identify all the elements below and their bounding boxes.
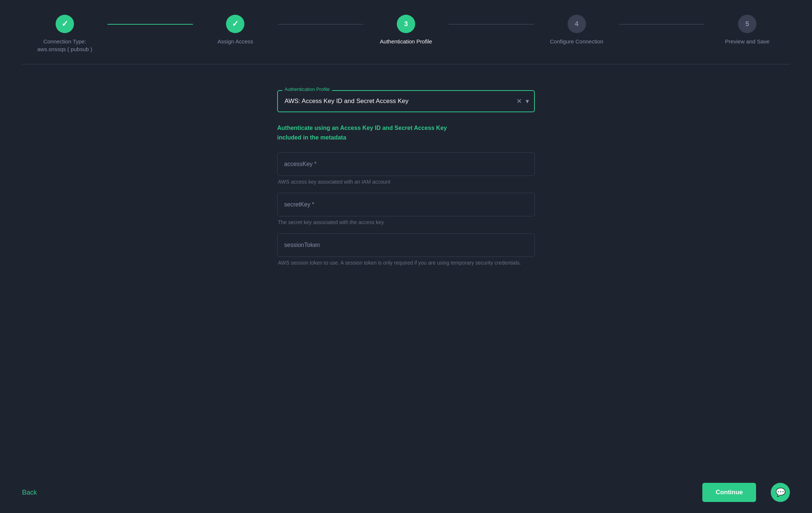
secret-key-field-wrapper [277,193,535,216]
connector-1-2 [107,24,193,25]
continue-button[interactable]: Continue [702,483,756,502]
auth-profile-value: AWS: Access Key ID and Secret Access Key [285,98,409,105]
auth-profile-field[interactable]: Authentication Profile AWS: Access Key I… [277,90,535,112]
session-token-field-wrapper [277,233,535,257]
access-key-input[interactable] [277,152,535,176]
session-token-input[interactable] [277,233,535,257]
footer-right: Continue 💬 [702,483,790,502]
auth-profile-select[interactable]: AWS: Access Key ID and Secret Access Key… [277,90,535,112]
session-token-description: AWS session token to use. A session toke… [277,260,535,266]
footer: Back Continue 💬 [0,475,812,513]
secret-key-description: The secret key associated with the acces… [277,219,535,225]
step-number-4: 4 [575,20,579,28]
connector-2-3 [278,24,363,25]
check-icon-2 [232,19,239,29]
step-circle-3: 3 [397,15,415,33]
step-circle-5: 5 [738,15,756,33]
auth-profile-actions: ✕ ▾ [516,97,529,105]
step-label-2: Assign Access [218,38,253,45]
step-number-5: 5 [745,20,749,28]
access-key-field-wrapper [277,152,535,176]
step-label-4: Configure Connection [550,38,603,45]
back-button[interactable]: Back [22,489,37,496]
step-circle-1 [56,15,74,33]
auth-profile-label: Authentication Profile [282,86,332,92]
secret-key-input[interactable] [277,193,535,216]
chat-icon: 💬 [776,488,785,497]
chevron-down-icon[interactable]: ▾ [526,97,529,105]
auth-description: Authenticate using an Access Key ID and … [277,123,535,142]
step-label-1: Connection Type:aws.snssqs ( pubsub ) [37,38,92,53]
connector-4-5 [619,24,705,25]
step-number-3: 3 [404,20,408,28]
step-preview-save: 5 Preview and Save [705,15,790,45]
step-assign-access: Assign Access [193,15,278,45]
check-icon-1 [61,19,68,29]
step-configure-connection: 4 Configure Connection [534,15,619,45]
step-label-3: Authentication Profile [380,38,432,45]
connector-3-4 [449,24,534,25]
step-circle-2 [226,15,244,33]
main-content: Authentication Profile AWS: Access Key I… [22,79,790,285]
access-key-description: AWS access key associated with an IAM ac… [277,179,535,185]
chat-bubble[interactable]: 💬 [771,483,790,502]
step-label-5: Preview and Save [725,38,770,45]
step-connection-type: Connection Type:aws.snssqs ( pubsub ) [22,15,107,53]
step-auth-profile: 3 Authentication Profile [363,15,449,45]
form-container: Authentication Profile AWS: Access Key I… [277,90,535,274]
clear-icon[interactable]: ✕ [516,97,522,105]
stepper: Connection Type:aws.snssqs ( pubsub ) As… [22,15,790,64]
step-circle-4: 4 [568,15,586,33]
